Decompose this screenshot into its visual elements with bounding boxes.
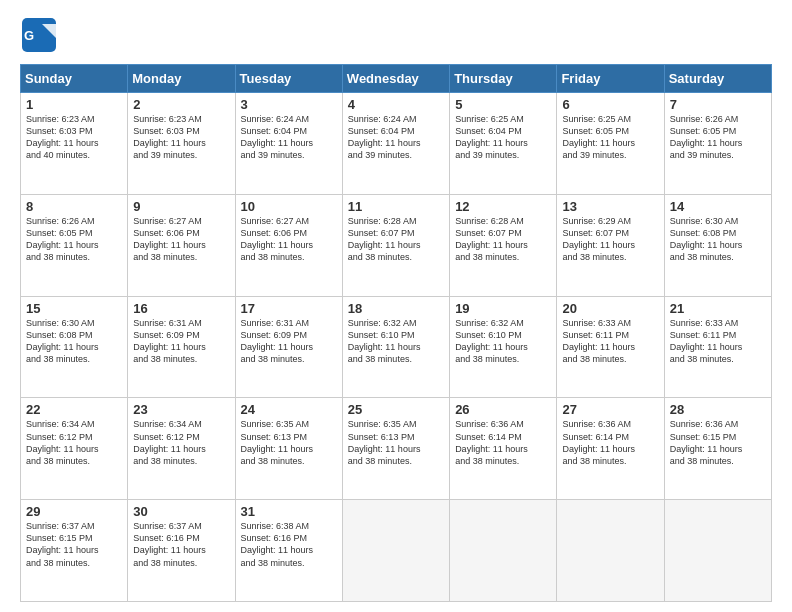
calendar-cell: 18Sunrise: 6:32 AM Sunset: 6:10 PM Dayli… bbox=[342, 296, 449, 398]
day-number: 26 bbox=[455, 402, 551, 417]
day-number: 14 bbox=[670, 199, 766, 214]
calendar-cell: 3Sunrise: 6:24 AM Sunset: 6:04 PM Daylig… bbox=[235, 93, 342, 195]
calendar-cell: 13Sunrise: 6:29 AM Sunset: 6:07 PM Dayli… bbox=[557, 194, 664, 296]
calendar-week-row: 8Sunrise: 6:26 AM Sunset: 6:05 PM Daylig… bbox=[21, 194, 772, 296]
calendar-cell: 7Sunrise: 6:26 AM Sunset: 6:05 PM Daylig… bbox=[664, 93, 771, 195]
day-number: 24 bbox=[241, 402, 337, 417]
day-number: 23 bbox=[133, 402, 229, 417]
calendar-cell: 16Sunrise: 6:31 AM Sunset: 6:09 PM Dayli… bbox=[128, 296, 235, 398]
day-info: Sunrise: 6:23 AM Sunset: 6:03 PM Dayligh… bbox=[26, 113, 122, 162]
day-header-saturday: Saturday bbox=[664, 65, 771, 93]
calendar-week-row: 15Sunrise: 6:30 AM Sunset: 6:08 PM Dayli… bbox=[21, 296, 772, 398]
calendar-cell: 9Sunrise: 6:27 AM Sunset: 6:06 PM Daylig… bbox=[128, 194, 235, 296]
day-number: 10 bbox=[241, 199, 337, 214]
calendar-cell: 22Sunrise: 6:34 AM Sunset: 6:12 PM Dayli… bbox=[21, 398, 128, 500]
calendar-cell: 25Sunrise: 6:35 AM Sunset: 6:13 PM Dayli… bbox=[342, 398, 449, 500]
day-info: Sunrise: 6:24 AM Sunset: 6:04 PM Dayligh… bbox=[241, 113, 337, 162]
calendar-header-row: SundayMondayTuesdayWednesdayThursdayFrid… bbox=[21, 65, 772, 93]
calendar-week-row: 29Sunrise: 6:37 AM Sunset: 6:15 PM Dayli… bbox=[21, 500, 772, 602]
calendar-cell bbox=[450, 500, 557, 602]
day-number: 15 bbox=[26, 301, 122, 316]
calendar-cell: 31Sunrise: 6:38 AM Sunset: 6:16 PM Dayli… bbox=[235, 500, 342, 602]
day-number: 8 bbox=[26, 199, 122, 214]
calendar-cell: 21Sunrise: 6:33 AM Sunset: 6:11 PM Dayli… bbox=[664, 296, 771, 398]
calendar-cell: 20Sunrise: 6:33 AM Sunset: 6:11 PM Dayli… bbox=[557, 296, 664, 398]
page: G SundayMondayTuesdayWednesdayThursdayFr… bbox=[0, 0, 792, 612]
day-number: 27 bbox=[562, 402, 658, 417]
calendar-cell: 5Sunrise: 6:25 AM Sunset: 6:04 PM Daylig… bbox=[450, 93, 557, 195]
calendar-cell bbox=[664, 500, 771, 602]
day-info: Sunrise: 6:23 AM Sunset: 6:03 PM Dayligh… bbox=[133, 113, 229, 162]
calendar-cell: 4Sunrise: 6:24 AM Sunset: 6:04 PM Daylig… bbox=[342, 93, 449, 195]
calendar-cell: 19Sunrise: 6:32 AM Sunset: 6:10 PM Dayli… bbox=[450, 296, 557, 398]
day-info: Sunrise: 6:33 AM Sunset: 6:11 PM Dayligh… bbox=[562, 317, 658, 366]
day-info: Sunrise: 6:31 AM Sunset: 6:09 PM Dayligh… bbox=[133, 317, 229, 366]
calendar-cell: 23Sunrise: 6:34 AM Sunset: 6:12 PM Dayli… bbox=[128, 398, 235, 500]
day-info: Sunrise: 6:25 AM Sunset: 6:04 PM Dayligh… bbox=[455, 113, 551, 162]
calendar-cell: 30Sunrise: 6:37 AM Sunset: 6:16 PM Dayli… bbox=[128, 500, 235, 602]
day-number: 22 bbox=[26, 402, 122, 417]
day-info: Sunrise: 6:34 AM Sunset: 6:12 PM Dayligh… bbox=[133, 418, 229, 467]
day-header-wednesday: Wednesday bbox=[342, 65, 449, 93]
day-info: Sunrise: 6:30 AM Sunset: 6:08 PM Dayligh… bbox=[670, 215, 766, 264]
day-info: Sunrise: 6:37 AM Sunset: 6:15 PM Dayligh… bbox=[26, 520, 122, 569]
logo: G bbox=[20, 16, 62, 54]
day-info: Sunrise: 6:29 AM Sunset: 6:07 PM Dayligh… bbox=[562, 215, 658, 264]
day-number: 3 bbox=[241, 97, 337, 112]
calendar-cell: 15Sunrise: 6:30 AM Sunset: 6:08 PM Dayli… bbox=[21, 296, 128, 398]
day-number: 28 bbox=[670, 402, 766, 417]
day-number: 16 bbox=[133, 301, 229, 316]
day-info: Sunrise: 6:27 AM Sunset: 6:06 PM Dayligh… bbox=[241, 215, 337, 264]
day-info: Sunrise: 6:28 AM Sunset: 6:07 PM Dayligh… bbox=[348, 215, 444, 264]
calendar-cell: 6Sunrise: 6:25 AM Sunset: 6:05 PM Daylig… bbox=[557, 93, 664, 195]
day-number: 9 bbox=[133, 199, 229, 214]
day-header-friday: Friday bbox=[557, 65, 664, 93]
day-info: Sunrise: 6:33 AM Sunset: 6:11 PM Dayligh… bbox=[670, 317, 766, 366]
calendar-cell: 14Sunrise: 6:30 AM Sunset: 6:08 PM Dayli… bbox=[664, 194, 771, 296]
day-number: 4 bbox=[348, 97, 444, 112]
calendar-cell: 26Sunrise: 6:36 AM Sunset: 6:14 PM Dayli… bbox=[450, 398, 557, 500]
day-number: 6 bbox=[562, 97, 658, 112]
day-header-sunday: Sunday bbox=[21, 65, 128, 93]
calendar-cell: 27Sunrise: 6:36 AM Sunset: 6:14 PM Dayli… bbox=[557, 398, 664, 500]
calendar-cell: 2Sunrise: 6:23 AM Sunset: 6:03 PM Daylig… bbox=[128, 93, 235, 195]
day-info: Sunrise: 6:31 AM Sunset: 6:09 PM Dayligh… bbox=[241, 317, 337, 366]
day-number: 21 bbox=[670, 301, 766, 316]
day-number: 2 bbox=[133, 97, 229, 112]
day-info: Sunrise: 6:30 AM Sunset: 6:08 PM Dayligh… bbox=[26, 317, 122, 366]
day-info: Sunrise: 6:34 AM Sunset: 6:12 PM Dayligh… bbox=[26, 418, 122, 467]
calendar-table: SundayMondayTuesdayWednesdayThursdayFrid… bbox=[20, 64, 772, 602]
day-info: Sunrise: 6:26 AM Sunset: 6:05 PM Dayligh… bbox=[670, 113, 766, 162]
calendar-cell bbox=[342, 500, 449, 602]
day-number: 20 bbox=[562, 301, 658, 316]
day-info: Sunrise: 6:38 AM Sunset: 6:16 PM Dayligh… bbox=[241, 520, 337, 569]
day-header-monday: Monday bbox=[128, 65, 235, 93]
calendar-cell: 8Sunrise: 6:26 AM Sunset: 6:05 PM Daylig… bbox=[21, 194, 128, 296]
calendar-cell: 29Sunrise: 6:37 AM Sunset: 6:15 PM Dayli… bbox=[21, 500, 128, 602]
day-info: Sunrise: 6:24 AM Sunset: 6:04 PM Dayligh… bbox=[348, 113, 444, 162]
day-info: Sunrise: 6:36 AM Sunset: 6:14 PM Dayligh… bbox=[562, 418, 658, 467]
calendar-cell: 12Sunrise: 6:28 AM Sunset: 6:07 PM Dayli… bbox=[450, 194, 557, 296]
day-info: Sunrise: 6:32 AM Sunset: 6:10 PM Dayligh… bbox=[348, 317, 444, 366]
day-info: Sunrise: 6:35 AM Sunset: 6:13 PM Dayligh… bbox=[348, 418, 444, 467]
calendar-cell: 1Sunrise: 6:23 AM Sunset: 6:03 PM Daylig… bbox=[21, 93, 128, 195]
logo-icon: G bbox=[20, 16, 58, 54]
day-number: 19 bbox=[455, 301, 551, 316]
calendar-cell: 11Sunrise: 6:28 AM Sunset: 6:07 PM Dayli… bbox=[342, 194, 449, 296]
calendar-week-row: 1Sunrise: 6:23 AM Sunset: 6:03 PM Daylig… bbox=[21, 93, 772, 195]
header: G bbox=[20, 16, 772, 54]
day-info: Sunrise: 6:27 AM Sunset: 6:06 PM Dayligh… bbox=[133, 215, 229, 264]
calendar-cell: 24Sunrise: 6:35 AM Sunset: 6:13 PM Dayli… bbox=[235, 398, 342, 500]
day-number: 31 bbox=[241, 504, 337, 519]
calendar-cell bbox=[557, 500, 664, 602]
day-number: 18 bbox=[348, 301, 444, 316]
svg-text:G: G bbox=[24, 28, 34, 43]
day-number: 29 bbox=[26, 504, 122, 519]
day-info: Sunrise: 6:26 AM Sunset: 6:05 PM Dayligh… bbox=[26, 215, 122, 264]
day-number: 11 bbox=[348, 199, 444, 214]
day-number: 13 bbox=[562, 199, 658, 214]
day-number: 5 bbox=[455, 97, 551, 112]
day-info: Sunrise: 6:35 AM Sunset: 6:13 PM Dayligh… bbox=[241, 418, 337, 467]
day-info: Sunrise: 6:36 AM Sunset: 6:14 PM Dayligh… bbox=[455, 418, 551, 467]
day-info: Sunrise: 6:32 AM Sunset: 6:10 PM Dayligh… bbox=[455, 317, 551, 366]
